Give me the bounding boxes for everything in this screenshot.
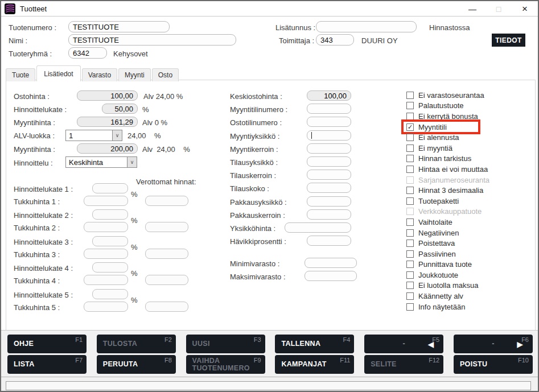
poistettava-checkbox[interactable]: [406, 240, 414, 247]
hinnan-tarkistus-checkbox[interactable]: [406, 155, 414, 162]
next-button[interactable]: -F6▶: [454, 335, 533, 353]
hinnoittelukate-3-field[interactable]: [92, 236, 128, 246]
peruuta-button[interactable]: PERUUTAF8: [97, 355, 176, 374]
previous-button[interactable]: -F5◀: [364, 335, 443, 353]
myyntiyksikko-field[interactable]: [307, 130, 351, 141]
minimivarasto-field[interactable]: [305, 258, 357, 268]
pakkauskerroin-field[interactable]: [307, 209, 351, 220]
ei-myyntia-checkbox[interactable]: [406, 145, 414, 152]
myyntikerroin-field[interactable]: [307, 143, 351, 154]
wholesale-pair-2: Hinnoittelukate 2 :%Tukkuhinta 2 :: [7, 208, 195, 234]
product-group-field[interactable]: 6342: [68, 47, 107, 59]
tukkuhinta-4-vat-free-field[interactable]: [145, 275, 188, 285]
hinnoittelukate-5-field[interactable]: [92, 289, 128, 299]
details-button[interactable]: TIEDOT: [492, 34, 525, 47]
tukkuhinta-1-vat-free-field[interactable]: [145, 196, 188, 206]
name-label: Nimi :: [9, 36, 27, 45]
ohje-button[interactable]: OHJEF1: [7, 335, 87, 353]
checkbox-row-vaihtolaite: Vaihtolaite: [406, 217, 489, 228]
lista-button[interactable]: LISTAF7: [7, 355, 87, 374]
ei-kerryta-bonusta-checkbox[interactable]: [406, 113, 414, 120]
yksikkohinta-field[interactable]: [285, 222, 351, 233]
tilauskerroin-field[interactable]: [307, 170, 351, 180]
checkbox-row-myyntitili: ✓Myyntitili: [406, 122, 489, 133]
punnittava-tuote-checkbox[interactable]: [406, 261, 414, 268]
close-icon[interactable]: ×: [512, 1, 538, 16]
stock-fields: Keskiostohinta :100,00Myyntitilinumero :…: [230, 90, 361, 249]
product-number-field[interactable]: TESTITUOTE: [68, 21, 170, 32]
negatiivinen-checkbox[interactable]: [406, 229, 414, 237]
hinnoittelukate-2-field[interactable]: [92, 209, 128, 220]
tukkuhinta-1-field[interactable]: [84, 196, 128, 206]
tukkuhinta-5-vat-free-field[interactable]: [145, 302, 188, 312]
tukkuhinta-4-field[interactable]: [84, 275, 128, 285]
tuotepaketti-checkbox[interactable]: [406, 197, 414, 205]
myyntitilinumero-field[interactable]: [307, 104, 351, 114]
checkbox-row-joukkotuote: Joukkotuote: [406, 270, 489, 280]
pakkausyksikko-field[interactable]: [307, 196, 351, 207]
poistu-button[interactable]: POISTUF10: [454, 355, 533, 374]
tukkuhinta-2-field[interactable]: [84, 222, 128, 232]
hinnoittelu-select[interactable]: Keskihinta ∨: [65, 156, 137, 168]
ei-varastoseurantaa-checkbox[interactable]: [406, 92, 414, 99]
hintaa-ei-voi-muuttaa-checkbox[interactable]: [406, 166, 414, 173]
ei-luotolla-maksua-checkbox[interactable]: [406, 282, 414, 289]
keskiostohinta-field[interactable]: 100,00: [307, 90, 351, 101]
ei-alennusta-checkbox[interactable]: [406, 134, 414, 141]
sarjanumeroseuranta-checkbox: [406, 176, 414, 184]
hinnoittelukate-field[interactable]: 50,00: [102, 104, 138, 114]
chevron-down-icon[interactable]: ∨: [127, 157, 137, 167]
maksimivarasto-field[interactable]: [305, 271, 357, 281]
tukkuhinta-2-vat-free-field[interactable]: [145, 222, 188, 232]
vaihtolaite-checkbox[interactable]: [406, 218, 414, 226]
palautustuote-checkbox[interactable]: [406, 102, 414, 109]
checkbox-label: Info näytetään: [418, 303, 465, 311]
in-pricelist-label: Hinnastossa: [429, 23, 470, 32]
kaannetty-alv-checkbox[interactable]: [406, 292, 414, 300]
tilauskoko-field[interactable]: [307, 183, 351, 193]
tallenna-button[interactable]: TALLENNAF4: [275, 335, 354, 353]
myyntihinta-field[interactable]: 200,00: [77, 143, 138, 154]
info-naytetaan-checkbox[interactable]: [406, 303, 414, 311]
button-label: -: [402, 340, 405, 348]
myyntitili-checkbox[interactable]: ✓: [406, 123, 414, 131]
status-bar: [6, 381, 531, 390]
tukkuhinta-5-field[interactable]: [84, 302, 128, 312]
hinnoittelukate-4-field[interactable]: [92, 262, 128, 273]
kampanjat-button[interactable]: KAMPANJATF11: [275, 355, 354, 374]
checkbox-label: Sarjanumeroseuranta: [418, 176, 489, 184]
tukkuhinta-3-field[interactable]: [84, 249, 128, 259]
tukkuhinta-3-label: Tukkuhinta 3 :: [14, 250, 60, 259]
ostotilinumero-row: Ostotilinumero :: [230, 117, 361, 130]
tab-varasto[interactable]: Varasto: [82, 68, 117, 81]
supplier-field[interactable]: 343: [316, 34, 354, 46]
passiivinen-checkbox[interactable]: [406, 250, 414, 258]
hinnat-3-desimaalia-checkbox[interactable]: [406, 187, 414, 194]
percent-sign: %: [131, 243, 138, 251]
hinnoittelukate-3-label: Hinnoittelukate 3 :: [14, 238, 73, 246]
myyntihinta-veroton-field[interactable]: 161,29: [77, 117, 138, 127]
joukkotuote-checkbox[interactable]: [406, 271, 414, 279]
tukkuhinta-3-vat-free-field[interactable]: [145, 249, 188, 259]
myyntitilinumero-label: Myyntitilinumero :: [230, 105, 287, 114]
name-field[interactable]: TESTITUOTE: [68, 34, 236, 46]
havikkiprosentti-field[interactable]: [307, 236, 351, 246]
fkey-label: F12: [429, 357, 439, 364]
extra-id-field[interactable]: [316, 21, 417, 32]
tab-myynti[interactable]: Myynti: [118, 68, 151, 81]
checkbox-label: Negatiivinen: [418, 229, 459, 237]
tab-tuote[interactable]: Tuote: [6, 68, 35, 81]
ostotilinumero-field[interactable]: [307, 117, 351, 127]
tilausyksikko-field[interactable]: [307, 156, 351, 167]
tab-osto[interactable]: Osto: [152, 68, 179, 81]
tab-lisatiedot[interactable]: Lisätiedot: [36, 65, 80, 81]
button-label: OHJE: [14, 340, 34, 348]
checkbox-row-hinnan-tarkistus: Hinnan tarkistus: [406, 154, 489, 164]
ostohinta-field[interactable]: 100,00: [77, 90, 138, 101]
alv-luokka-select[interactable]: 1 ∨: [65, 130, 122, 141]
minimize-icon[interactable]: —: [459, 1, 485, 16]
function-button-bar: OHJEF1TULOSTAF2UUSIF3TALLENNAF4-F5◀-F6▶ …: [1, 330, 538, 377]
arrow-left-icon: ◀: [427, 340, 434, 348]
chevron-down-icon[interactable]: ∨: [112, 130, 122, 141]
hinnoittelukate-1-field[interactable]: [92, 183, 128, 193]
